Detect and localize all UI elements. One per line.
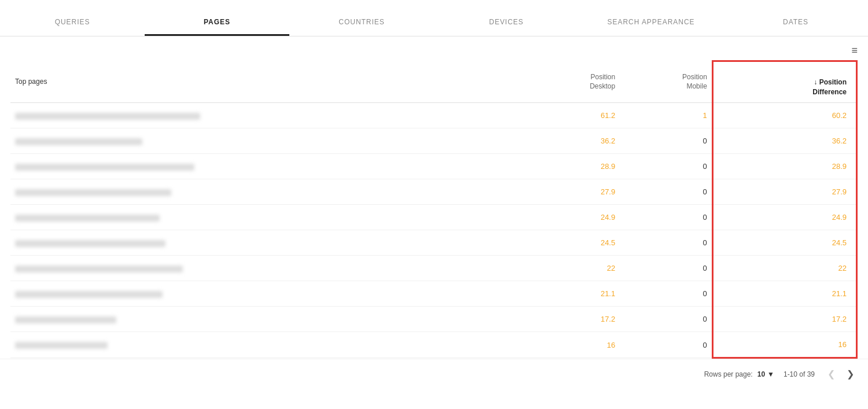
rows-per-page-value: 10 (757, 370, 765, 378)
tab-devices[interactable]: DEVICES (434, 18, 579, 36)
cell-diff: 36.2 (712, 128, 856, 154)
cell-desktop: 21.1 (528, 281, 620, 307)
cell-diff: 24.5 (712, 230, 856, 256)
table-row: https://example.com/category/subcategory… (10, 179, 857, 205)
col-header-desktop[interactable]: Position Desktop (528, 61, 620, 103)
cell-desktop: 24.9 (528, 205, 620, 230)
table-row: https://example.com/another-url36.2036.2 (10, 128, 857, 154)
cell-diff: 28.9 (712, 154, 856, 179)
chevron-down-icon: ▼ (767, 370, 774, 378)
rows-per-page: Rows per page: 10 ▼ (704, 370, 774, 378)
table-row: https://example.com/category/subcategory… (10, 154, 857, 179)
cell-desktop: 28.9 (528, 154, 620, 179)
cell-diff: 22 (712, 256, 856, 281)
col-header-mobile[interactable]: Position Mobile (620, 61, 712, 103)
data-table: Top pages Position Desktop Position Mobi… (10, 60, 858, 359)
rows-per-page-select[interactable]: 10 ▼ (757, 370, 774, 378)
table-row: https://example.com/category/subcategory… (10, 256, 857, 281)
cell-page[interactable]: https://example.com/category/subcategory… (10, 154, 528, 179)
next-page-button[interactable]: ❯ (843, 367, 858, 381)
cell-page[interactable]: https://example.com/category/category2/ (10, 230, 528, 256)
cell-diff: 60.2 (712, 103, 856, 128)
prev-page-button[interactable]: ❮ (824, 367, 838, 381)
pagination-controls: ❮ ❯ (824, 367, 858, 381)
cell-mobile: 0 (620, 128, 712, 154)
cell-diff: 21.1 (712, 281, 856, 307)
tab-countries[interactable]: COUNTRIES (289, 18, 434, 36)
toolbar: ≡ (0, 36, 868, 60)
filter-icon[interactable]: ≡ (851, 45, 858, 57)
pagination-info: 1-10 of 39 (784, 370, 815, 378)
cell-mobile: 0 (620, 154, 712, 179)
cell-page[interactable]: https://example.com/category/category/pa… (10, 281, 528, 307)
cell-mobile: 0 (620, 281, 712, 307)
cell-mobile: 0 (620, 205, 712, 230)
cell-mobile: 0 (620, 332, 712, 358)
cell-mobile: 0 (620, 256, 712, 281)
cell-diff: 16 (712, 332, 856, 358)
cell-desktop: 22 (528, 256, 620, 281)
cell-diff: 24.9 (712, 205, 856, 230)
cell-page[interactable]: https://example.com/category/subcategory… (10, 179, 528, 205)
cell-mobile: 0 (620, 230, 712, 256)
cell-desktop: 36.2 (528, 128, 620, 154)
tab-pages[interactable]: PAGES (145, 18, 289, 36)
cell-diff: 17.2 (712, 307, 856, 332)
cell-page[interactable]: https://example.com/category/subcategory… (10, 256, 528, 281)
tab-dates[interactable]: DATES (723, 18, 868, 36)
cell-mobile: 0 (620, 179, 712, 205)
table-row: https://example.com/category/category/pa… (10, 281, 857, 307)
table-footer: Rows per page: 10 ▼ 1-10 of 39 ❮ ❯ (0, 359, 868, 389)
rows-per-page-label: Rows per page: (704, 370, 753, 378)
cell-page[interactable]: https://example.com/some/other/page (10, 205, 528, 230)
cell-desktop: 17.2 (528, 307, 620, 332)
cell-mobile: 1 (620, 103, 712, 128)
cell-page[interactable]: https://example.com/another-url (10, 128, 528, 154)
tab-bar: QUERIES PAGES COUNTRIES DEVICES SEARCH A… (0, 0, 868, 36)
col-header-page: Top pages (10, 61, 528, 103)
cell-desktop: 16 (528, 332, 620, 358)
sort-icon: ↓ (814, 78, 819, 86)
cell-page[interactable]: https://example.com/a-page (10, 332, 528, 358)
cell-desktop: 27.9 (528, 179, 620, 205)
cell-desktop: 24.5 (528, 230, 620, 256)
table-row: https://example.com/some/other/page24.90… (10, 205, 857, 230)
cell-page[interactable]: https://example.com/something (10, 307, 528, 332)
tab-search-appearance[interactable]: SEARCH APPEARANCE (579, 18, 723, 36)
table-container: Top pages Position Desktop Position Mobi… (0, 60, 868, 359)
tab-queries[interactable]: QUERIES (0, 18, 145, 36)
cell-diff: 27.9 (712, 179, 856, 205)
cell-desktop: 61.2 (528, 103, 620, 128)
cell-mobile: 0 (620, 307, 712, 332)
col-header-diff[interactable]: ↓ PositionDifference (712, 61, 856, 103)
table-row: https://example.com/category/category2/2… (10, 230, 857, 256)
table-row: https://example.com/something17.2017.2 (10, 307, 857, 332)
cell-page[interactable]: https://example.com/category/subcategory… (10, 103, 528, 128)
table-row: https://example.com/a-page16016 (10, 332, 857, 358)
table-row: https://example.com/category/subcategory… (10, 103, 857, 128)
